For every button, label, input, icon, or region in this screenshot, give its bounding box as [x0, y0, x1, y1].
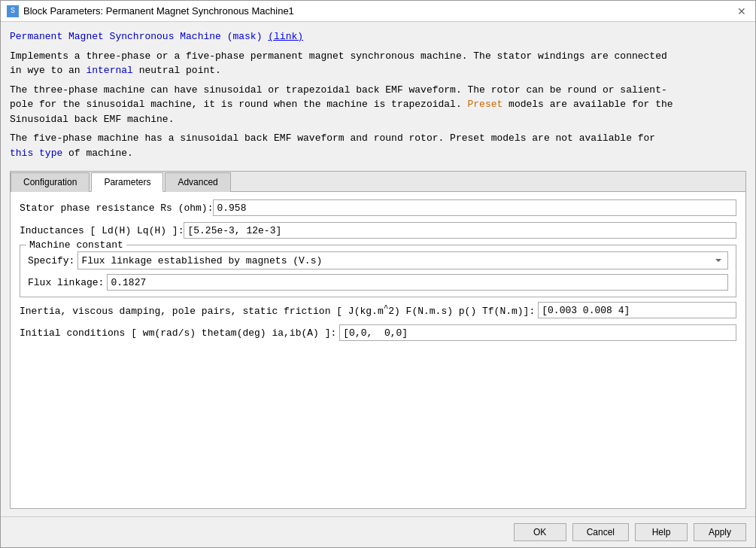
description-area: Permanent Magnet Synchronous Machine (ma…	[10, 29, 746, 165]
inertia-label: Inertia, viscous damping, pole pairs, st…	[20, 303, 535, 317]
window-icon: S	[7, 5, 19, 17]
initial-conditions-input[interactable]	[339, 324, 736, 341]
tabs-container: Configuration Parameters Advanced Stator…	[10, 171, 746, 509]
inductances-label: Inductances [ Ld(H) Lq(H) ]:	[20, 225, 184, 236]
stator-row: Stator phase resistance Rs (ohm):	[20, 199, 736, 216]
stator-label: Stator phase resistance Rs (ohm):	[20, 202, 213, 214]
flux-label: Flux linkage:	[28, 277, 104, 288]
parameters-tab-content: Stator phase resistance Rs (ohm): Induct…	[11, 192, 745, 508]
specify-label: Specify:	[28, 255, 74, 266]
tab-configuration[interactable]: Configuration	[11, 172, 90, 192]
initial-conditions-label: Initial conditions [ wm(rad/s) thetam(de…	[20, 327, 336, 339]
window-title: Block Parameters: Permanent Magnet Synch…	[23, 5, 294, 17]
initial-conditions-row: Initial conditions [ wm(rad/s) thetam(de…	[20, 324, 736, 341]
close-button[interactable]: ✕	[734, 5, 749, 17]
apply-button[interactable]: Apply	[694, 523, 746, 541]
main-window: S Block Parameters: Permanent Magnet Syn…	[0, 0, 756, 548]
help-button[interactable]: Help	[635, 523, 688, 541]
inertia-input[interactable]	[538, 302, 736, 318]
ok-button[interactable]: OK	[514, 523, 566, 541]
inductances-input[interactable]	[184, 222, 736, 239]
cancel-button[interactable]: Cancel	[572, 523, 629, 541]
inductances-row: Inductances [ Ld(H) Lq(H) ]:	[20, 222, 736, 239]
machine-constant-group: Machine constant Specify: Flux linkage e…	[20, 245, 736, 297]
title-bar: S Block Parameters: Permanent Magnet Syn…	[1, 1, 755, 22]
desc-para3: The five-phase machine has a sinusoidal …	[10, 131, 746, 160]
inertia-row: Inertia, viscous damping, pole pairs, st…	[20, 302, 736, 318]
content-area: Permanent Magnet Synchronous Machine (ma…	[1, 22, 755, 516]
tab-parameters[interactable]: Parameters	[91, 172, 163, 192]
tab-advanced[interactable]: Advanced	[165, 172, 230, 192]
desc-para1: Implements a three-phase or a five-phase…	[10, 49, 746, 78]
flux-input[interactable]	[107, 274, 728, 291]
tab-bar: Configuration Parameters Advanced	[11, 172, 745, 192]
specify-select[interactable]: Flux linkage established by magnets (V.s…	[77, 251, 728, 269]
flux-row: Flux linkage:	[28, 274, 728, 291]
desc-para2: The three-phase machine can have sinusoi…	[10, 83, 746, 127]
desc-title: Permanent Magnet Synchronous Machine (ma…	[10, 31, 268, 42]
specify-row: Specify: Flux linkage established by mag…	[28, 251, 728, 269]
link-text[interactable]: (link)	[268, 31, 303, 42]
bottom-buttons: OK Cancel Help Apply	[1, 516, 755, 547]
title-bar-left: S Block Parameters: Permanent Magnet Syn…	[7, 5, 294, 17]
stator-input[interactable]	[213, 199, 736, 216]
machine-constant-title: Machine constant	[26, 239, 126, 251]
